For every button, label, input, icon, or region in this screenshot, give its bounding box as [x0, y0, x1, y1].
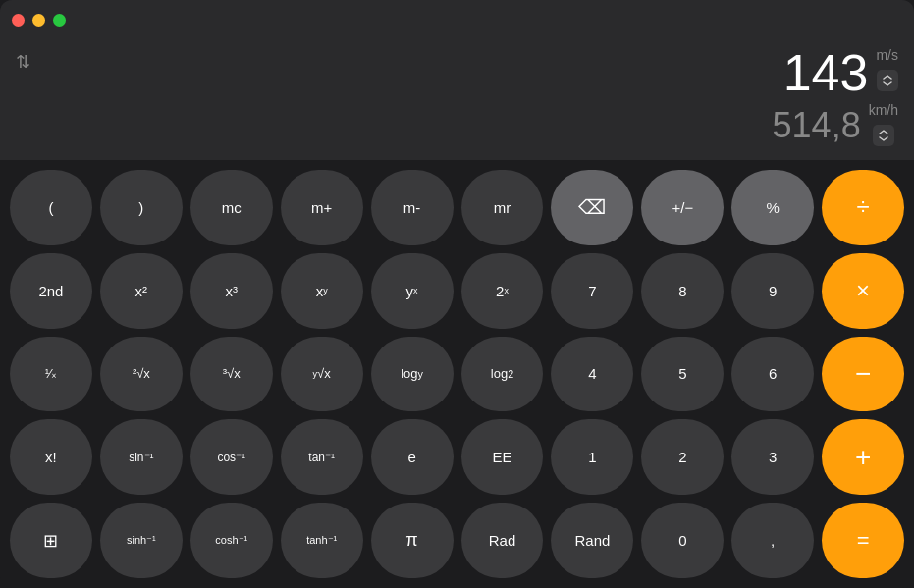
- nine-button[interactable]: 9: [731, 253, 814, 329]
- second-button[interactable]: 2nd: [10, 253, 92, 329]
- arccosh-button[interactable]: cosh⁻¹: [190, 503, 273, 578]
- percent-button[interactable]: %: [731, 170, 814, 245]
- arcsin-button[interactable]: sin⁻¹: [100, 419, 183, 495]
- equals-button[interactable]: =: [822, 503, 904, 578]
- multiply-button[interactable]: ×: [822, 253, 904, 329]
- subtract-button[interactable]: −: [822, 337, 904, 412]
- secondary-value: 514,8: [773, 108, 861, 143]
- buttons-area: ( ) mc m+ m- mr ⌫ +/− % ÷ 2nd x² x³ xy y…: [0, 160, 914, 588]
- close-paren-button[interactable]: ): [100, 170, 183, 245]
- one-button[interactable]: 1: [551, 419, 633, 495]
- secondary-unit: km/h: [869, 102, 898, 118]
- primary-unit-stepper[interactable]: [877, 70, 898, 91]
- seven-button[interactable]: 7: [551, 253, 633, 329]
- button-row-2: 2nd x² x³ xy yx 2x 7 8 9 ×: [10, 253, 904, 329]
- m-plus-button[interactable]: m+: [281, 170, 363, 245]
- divide-button[interactable]: ÷: [822, 170, 904, 245]
- yth-root-button[interactable]: y√x: [281, 337, 363, 412]
- three-button[interactable]: 3: [731, 419, 814, 495]
- arccos-button[interactable]: cos⁻¹: [190, 419, 273, 495]
- grid-button[interactable]: ⊞: [10, 503, 92, 578]
- arctan-button[interactable]: tan⁻¹: [281, 419, 363, 495]
- button-row-5: ⊞ sinh⁻¹ cosh⁻¹ tanh⁻¹ π Rad Rand 0 , =: [10, 503, 904, 578]
- close-button[interactable]: [12, 14, 25, 27]
- m-minus-button[interactable]: m-: [371, 170, 454, 245]
- display-area: ⇅ 143 m/s 514,8 km/h: [0, 39, 914, 160]
- minimize-button[interactable]: [32, 14, 45, 27]
- plus-minus-button[interactable]: +/−: [641, 170, 724, 245]
- swap-icon[interactable]: ⇅: [16, 51, 30, 73]
- arcsinh-button[interactable]: sinh⁻¹: [100, 503, 183, 578]
- button-row-1: ( ) mc m+ m- mr ⌫ +/− % ÷: [10, 170, 904, 245]
- cbrt-button[interactable]: ³√x: [190, 337, 273, 412]
- x-cubed-button[interactable]: x³: [190, 253, 273, 329]
- rad-button[interactable]: Rad: [461, 503, 544, 578]
- primary-unit: m/s: [876, 47, 898, 63]
- factorial-button[interactable]: x!: [10, 419, 92, 495]
- button-row-3: ¹⁄ₓ ²√x ³√x y√x logy log2 4 5 6 −: [10, 337, 904, 412]
- mr-button[interactable]: mr: [461, 170, 544, 245]
- pi-button[interactable]: π: [371, 503, 454, 578]
- open-paren-button[interactable]: (: [10, 170, 92, 245]
- two-button[interactable]: 2: [641, 419, 724, 495]
- arctanh-button[interactable]: tanh⁻¹: [281, 503, 363, 578]
- six-button[interactable]: 6: [731, 337, 814, 412]
- primary-display-row: ⇅ 143 m/s: [16, 47, 898, 98]
- zero-button[interactable]: 0: [641, 503, 724, 578]
- traffic-lights: [12, 14, 66, 27]
- secondary-unit-wrapper: km/h: [869, 102, 898, 146]
- five-button[interactable]: 5: [641, 337, 724, 412]
- four-button[interactable]: 4: [551, 337, 633, 412]
- y-to-x-button[interactable]: yx: [371, 253, 454, 329]
- maximize-button[interactable]: [53, 14, 66, 27]
- add-button[interactable]: +: [822, 419, 904, 495]
- backspace-button[interactable]: ⌫: [551, 170, 633, 245]
- log-2-button[interactable]: log2: [461, 337, 544, 412]
- x-to-y-button[interactable]: xy: [281, 253, 363, 329]
- sqrt-button[interactable]: ²√x: [100, 337, 183, 412]
- mc-button[interactable]: mc: [190, 170, 273, 245]
- euler-button[interactable]: e: [371, 419, 454, 495]
- one-over-x-button[interactable]: ¹⁄ₓ: [10, 337, 92, 412]
- eight-button[interactable]: 8: [641, 253, 724, 329]
- button-row-4: x! sin⁻¹ cos⁻¹ tan⁻¹ e EE 1 2 3 +: [10, 419, 904, 495]
- log-y-button[interactable]: logy: [371, 337, 454, 412]
- x-squared-button[interactable]: x²: [100, 253, 183, 329]
- primary-value: 143: [783, 47, 869, 98]
- title-bar: [0, 0, 914, 39]
- primary-unit-wrapper: m/s: [876, 47, 898, 91]
- two-to-x-button[interactable]: 2x: [461, 253, 544, 329]
- ee-button[interactable]: EE: [461, 419, 544, 495]
- rand-button[interactable]: Rand: [551, 503, 633, 578]
- secondary-display-row: 514,8 km/h: [16, 102, 898, 148]
- secondary-unit-stepper[interactable]: [873, 125, 894, 146]
- decimal-button[interactable]: ,: [731, 503, 814, 578]
